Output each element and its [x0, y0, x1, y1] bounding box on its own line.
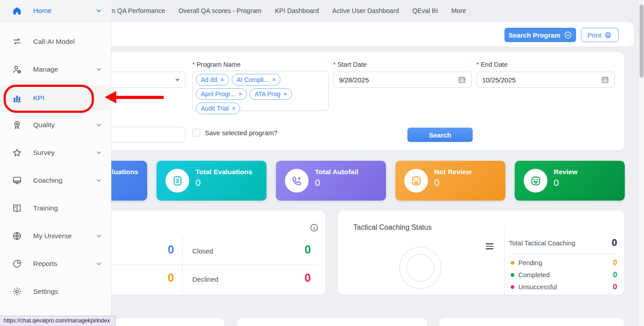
- bottom-card: [114, 318, 224, 326]
- tab-qa-performance[interactable]: m QA Performance: [110, 7, 165, 14]
- chevron-down-icon: [95, 177, 102, 184]
- legend-row-unsuccessful: Unsuccessful 0: [511, 283, 617, 291]
- tag-remove-icon[interactable]: ×: [220, 77, 224, 83]
- end-date-input[interactable]: 10/25/2025: [476, 72, 615, 88]
- unsuccessful-label: Unsuccessful: [518, 283, 557, 291]
- search-button[interactable]: Search: [407, 128, 473, 142]
- save-program-checkbox[interactable]: [192, 129, 200, 137]
- calendar-icon[interactable]: [601, 76, 609, 84]
- quality-badge-icon: [12, 120, 22, 130]
- divider: [504, 227, 505, 295]
- sidebar-item-label: Quality: [33, 121, 55, 129]
- sidebar-item-training[interactable]: Training: [0, 197, 111, 219]
- printer-icon: [604, 31, 612, 39]
- sidebar-item-settings[interactable]: Settings: [0, 281, 111, 302]
- bar-chart-icon: [12, 93, 22, 103]
- sidebar-item-home[interactable]: Home: [0, 0, 111, 22]
- star-icon: [12, 148, 22, 158]
- chevron-down-icon: [95, 7, 102, 14]
- sidebar-item-call-ai-model[interactable]: Call-AI Model: [0, 31, 111, 52]
- tab-more[interactable]: More: [451, 7, 466, 14]
- info-icon[interactable]: [310, 223, 318, 232]
- tag-remove-icon[interactable]: ×: [284, 91, 287, 97]
- sidebar-item-label: Survey: [33, 149, 55, 157]
- declined-left-count: 0: [157, 271, 184, 284]
- end-date-label: *End Date: [476, 61, 508, 68]
- program-tag[interactable]: AI Compli...×: [232, 74, 281, 86]
- happy-face-icon: [524, 169, 547, 193]
- tag-remove-icon[interactable]: ×: [232, 105, 235, 112]
- sidebar-item-coaching[interactable]: Coaching: [0, 170, 111, 191]
- chevron-down-icon: [95, 66, 102, 73]
- stat-card-value: 0: [195, 177, 201, 188]
- completed-label: Completed: [518, 271, 550, 279]
- sidebar-item-label: Home: [33, 7, 51, 15]
- sidebar-item-quality[interactable]: Quality: [0, 114, 111, 136]
- closed-label: Closed: [192, 247, 213, 255]
- pending-label: Pending: [518, 259, 542, 266]
- tab-qeval-bi[interactable]: QEval BI: [412, 7, 438, 14]
- scrollbar-track[interactable]: [638, 0, 644, 326]
- open-book-icon: [12, 203, 22, 213]
- stat-card-label: Total Autofail: [315, 168, 358, 176]
- sidebar-item-label: Call-AI Model: [33, 38, 75, 46]
- program-tag[interactable]: Ad dd×: [196, 74, 229, 86]
- sidebar-item-my-universe[interactable]: My Universe: [0, 225, 111, 247]
- chart-menu-icon[interactable]: [486, 243, 493, 251]
- start-date-value: 9/28/2025: [339, 76, 369, 84]
- sad-face-icon: [404, 169, 428, 193]
- program-tag[interactable]: Audit Trial×: [196, 103, 240, 114]
- search-program-button[interactable]: Search Program: [504, 28, 576, 42]
- stat-card-value: 0: [554, 177, 559, 188]
- program-name-multiselect[interactable]: Ad dd× AI Compli...× April Progr...× ATA…: [192, 71, 329, 111]
- print-button[interactable]: Print: [581, 28, 619, 42]
- stat-card-label: luations: [112, 168, 138, 176]
- tag-remove-icon[interactable]: ×: [272, 77, 275, 83]
- stat-card-review[interactable]: Review 0: [515, 161, 625, 201]
- stat-card-total-evaluations[interactable]: Total Evaluations 0: [157, 161, 267, 201]
- sidebar-item-reports[interactable]: Reports: [0, 253, 111, 275]
- sidebar-item-manage[interactable]: Manage: [0, 59, 111, 80]
- pending-value: 0: [613, 258, 617, 267]
- end-date-value: 10/25/2025: [482, 76, 516, 84]
- user-gear-icon: [12, 64, 22, 74]
- globe-icon: [12, 231, 22, 241]
- panel-title: Tactical Coaching Status: [353, 223, 432, 232]
- stat-card-value: 0: [315, 177, 320, 188]
- total-tactical-value: 0: [589, 237, 617, 249]
- bottom-card: [237, 318, 427, 326]
- chevron-circle-icon: [564, 31, 572, 39]
- tab-active-user-dashboard[interactable]: Active User Dashboard: [332, 7, 399, 14]
- chevron-down-icon: [95, 121, 102, 129]
- sidebar: Home Call-AI Model Manage KPI: [0, 0, 111, 326]
- program-tag[interactable]: April Progr...×: [196, 88, 247, 100]
- calendar-icon[interactable]: [458, 76, 466, 84]
- chevron-down-icon: [95, 149, 102, 156]
- tag-remove-icon[interactable]: ×: [238, 91, 242, 97]
- program-tag[interactable]: ATA Prog×: [250, 88, 292, 100]
- tab-kpi-dashboard[interactable]: KPI Dashboard: [275, 7, 319, 14]
- app-window: m QA Performance Overall QA scores - Pro…: [0, 0, 644, 326]
- legend-row-completed: Completed 0: [511, 271, 617, 279]
- stat-card-label: Not Review: [434, 168, 472, 176]
- declined-label: Declined: [192, 275, 218, 283]
- stat-card-not-review[interactable]: Not Review 0: [395, 161, 505, 201]
- unsuccessful-dot: [511, 285, 514, 289]
- tactical-coaching-panel: Tactical Coaching Status Total Tactical …: [338, 210, 624, 295]
- tab-overall-qa-scores[interactable]: Overall QA scores - Program: [178, 7, 261, 14]
- monitor-icon: [12, 176, 22, 185]
- swap-arrows-icon: [12, 37, 22, 47]
- sidebar-item-label: Coaching: [33, 176, 63, 184]
- sidebar-item-survey[interactable]: Survey: [0, 142, 111, 163]
- sidebar-item-kpi[interactable]: KPI: [0, 86, 111, 110]
- start-date-label: *Start Date: [333, 61, 367, 68]
- divider: [103, 265, 319, 265]
- status-bar-url: https://chat.qevalpro.com/managekpi/inde…: [0, 316, 115, 326]
- chevron-down-icon: [95, 232, 102, 240]
- completed-dot: [511, 273, 514, 277]
- start-date-input[interactable]: 9/28/2025: [333, 72, 472, 88]
- print-label: Print: [588, 31, 602, 39]
- scrollbar-thumb[interactable]: [640, 4, 644, 77]
- divider: [509, 253, 617, 254]
- stat-card-total-autofail[interactable]: Total Autofail 0: [276, 161, 386, 201]
